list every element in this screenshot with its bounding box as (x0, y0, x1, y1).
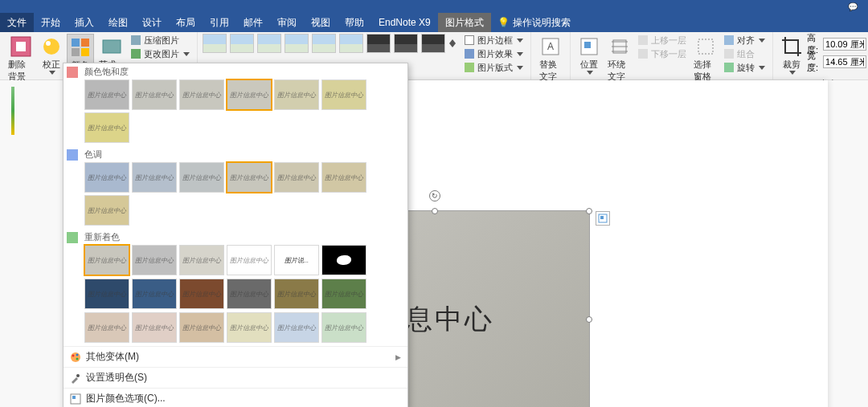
color-swatch[interactable]: 图片信息中心 (84, 79, 129, 110)
color-swatch[interactable]: 图片信息中心 (179, 279, 224, 309)
color-swatch[interactable]: 图片信息中心 (179, 245, 224, 275)
color-swatch[interactable]: 图片信息中心 (274, 79, 319, 110)
gallery-more-button[interactable] (448, 39, 456, 47)
group-button: 组合 (722, 47, 768, 60)
height-input[interactable] (823, 38, 866, 51)
chevron-down-icon (517, 66, 523, 70)
color-swatch[interactable]: 图片信息中心 (321, 279, 366, 309)
color-swatch[interactable]: 图片信息中心 (179, 79, 224, 110)
color-swatch[interactable]: 图片信息中心 (84, 195, 129, 226)
color-swatch[interactable]: 图片信息中心 (227, 312, 272, 343)
picture-style-gallery[interactable] (203, 34, 456, 53)
left-indicator (11, 87, 14, 135)
tab-view[interactable]: 视图 (304, 13, 338, 32)
color-swatch[interactable]: 图片说... (274, 245, 319, 275)
picture-border-button[interactable]: 图片边框 (462, 34, 526, 47)
color-swatch[interactable]: 图片信息中心 (227, 279, 272, 309)
color-swatch[interactable]: 图片信息中心 (274, 279, 319, 309)
align-icon (724, 35, 734, 45)
tab-home[interactable]: 开始 (34, 13, 68, 32)
width-input[interactable] (823, 55, 866, 68)
change-pic-icon (131, 49, 141, 59)
position-button[interactable]: 位置 (575, 34, 603, 76)
tab-design[interactable]: 设计 (135, 13, 169, 32)
color-swatch[interactable]: 图片信息中心 (132, 245, 177, 275)
color-swatch[interactable]: 图片信息中心 (84, 279, 129, 309)
picture-layout-button[interactable]: 图片版式 (462, 61, 526, 74)
tab-help[interactable]: 帮助 (338, 13, 371, 32)
color-swatch[interactable]: 图片信息中心 (321, 79, 366, 110)
color-swatch[interactable]: 图片信息中心 (132, 162, 177, 193)
style-thumb[interactable] (312, 34, 336, 53)
tab-draw[interactable]: 绘图 (101, 13, 135, 32)
corrections-button[interactable]: 校正 (38, 34, 65, 76)
color-swatch[interactable]: 图片信息中心 (84, 112, 129, 143)
comments-icon[interactable]: 💬 (845, 2, 860, 11)
rotate-handle[interactable]: ↻ (429, 190, 440, 201)
rotate-button[interactable]: 旋转 (722, 61, 768, 74)
color-swatch[interactable]: 图片信息中心 (227, 245, 272, 275)
alt-text-button[interactable]: A 替换文字 (536, 34, 565, 84)
bring-forward-button: 上移一层 (636, 34, 689, 47)
resize-handle[interactable] (432, 208, 438, 214)
compress-pictures-button[interactable]: 压缩图片 (129, 34, 192, 47)
color-swatch[interactable]: 图片信息中心 (132, 312, 177, 343)
tab-file[interactable]: 文件 (0, 13, 34, 32)
tell-me-search[interactable]: 💡 操作说明搜索 (491, 13, 577, 32)
tone-row: 图片信息中心图片信息中心图片信息中心图片信息中心图片信息中心图片信息中心图片信息… (80, 162, 407, 229)
style-thumb[interactable] (421, 34, 445, 53)
style-thumb[interactable] (285, 34, 309, 53)
recolor-row-3: 图片信息中心图片信息中心图片信息中心图片信息中心图片信息中心图片信息中心 (80, 312, 407, 346)
color-swatch[interactable]: 图片信息中心 (321, 162, 366, 193)
more-variants-item[interactable]: 其他变体(M) ▶ (63, 346, 407, 367)
svg-rect-12 (584, 42, 591, 48)
resize-handle[interactable] (586, 208, 592, 214)
color-swatch[interactable]: 图片信息中心 (227, 162, 272, 193)
effects-icon (465, 49, 474, 59)
color-swatch[interactable]: 图片信息中心 (321, 312, 366, 343)
style-thumb[interactable] (366, 34, 391, 53)
style-thumb[interactable] (257, 34, 281, 53)
tab-review[interactable]: 审阅 (270, 13, 304, 32)
color-swatch[interactable]: 图片信息中心 (179, 162, 224, 193)
color-dropdown: 颜色饱和度 图片信息中心图片信息中心图片信息中心图片信息中心图片信息中心图片信息… (63, 63, 408, 407)
resize-handle[interactable] (586, 316, 592, 323)
tab-endnote[interactable]: EndNote X9 (371, 13, 438, 32)
chevron-down-icon (449, 43, 456, 47)
color-swatch[interactable]: 图片信息中心 (84, 162, 129, 193)
style-thumb[interactable] (230, 34, 254, 53)
tab-layout[interactable]: 布局 (169, 13, 203, 32)
remove-bg-icon (10, 35, 32, 58)
artistic-icon (100, 35, 123, 58)
svg-point-24 (72, 354, 75, 356)
align-button[interactable]: 对齐 (722, 34, 768, 47)
group-arrange: 位置 环绕文字 上移一层 下移一层 选择窗格 对齐 组合 旋转 排列 (571, 32, 773, 79)
color-swatch[interactable]: 图片信息中心 (227, 79, 272, 110)
color-swatch[interactable] (321, 245, 366, 275)
color-swatch[interactable]: 图片信息中心 (132, 79, 177, 110)
style-thumb[interactable] (339, 34, 363, 53)
set-transparent-item[interactable]: 设置透明色(S) (63, 367, 407, 388)
tab-references[interactable]: 引用 (203, 13, 236, 32)
width-field[interactable]: 宽度: ▲▼ (807, 55, 868, 69)
chevron-right-icon: ▶ (395, 353, 401, 361)
color-swatch[interactable]: 图片信息中心 (84, 245, 129, 275)
saturation-icon (67, 67, 78, 78)
crop-button[interactable]: 裁剪 (778, 34, 805, 76)
color-swatch[interactable]: 图片信息中心 (84, 312, 129, 343)
tab-picture-format[interactable]: 图片格式 (438, 13, 491, 32)
change-picture-button[interactable]: 更改图片 (129, 47, 192, 60)
picture-color-options-item[interactable]: 图片颜色选项(C)... (63, 388, 407, 407)
color-swatch[interactable]: 图片信息中心 (274, 312, 319, 343)
tab-insert[interactable]: 插入 (68, 13, 101, 32)
color-swatch[interactable]: 图片信息中心 (132, 279, 177, 309)
style-thumb[interactable] (203, 34, 227, 53)
color-swatch[interactable]: 图片信息中心 (274, 162, 319, 193)
picture-effects-button[interactable]: 图片效果 (462, 47, 526, 60)
style-thumb[interactable] (394, 34, 418, 53)
remove-background-button[interactable]: 删除背景 (5, 34, 36, 84)
selection-pane-button[interactable]: 选择窗格 (690, 34, 720, 84)
layout-options-button[interactable] (596, 211, 610, 226)
tab-mailings[interactable]: 邮件 (236, 13, 270, 32)
color-swatch[interactable]: 图片信息中心 (179, 312, 224, 343)
